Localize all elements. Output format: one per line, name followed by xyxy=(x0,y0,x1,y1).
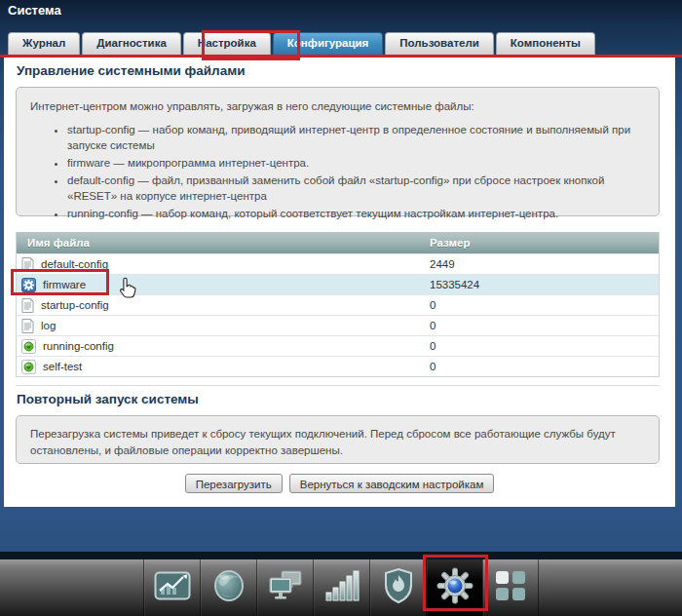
file-row[interactable]: log 0 xyxy=(17,315,659,335)
dock-item-wifi[interactable] xyxy=(313,559,369,616)
dock-item-system[interactable] xyxy=(426,559,482,616)
components-grid-icon xyxy=(494,569,527,606)
dock-item-components[interactable] xyxy=(482,559,539,616)
file-name[interactable]: self-test xyxy=(43,361,82,372)
restart-section-heading: Повторный запуск системы xyxy=(17,392,199,406)
document-icon xyxy=(21,257,34,272)
globe-icon xyxy=(212,568,246,607)
footer-dock-bar xyxy=(0,559,682,616)
status-green-icon xyxy=(21,339,36,354)
file-size: 0 xyxy=(430,320,436,331)
file-size: 0 xyxy=(430,361,436,372)
files-info-box: Интернет-центром можно управлять, загруж… xyxy=(16,87,660,216)
bullet-startup-config: startup-config — набор команд, приводящи… xyxy=(67,122,645,154)
file-name[interactable]: default-config xyxy=(41,258,108,270)
bullet-default-config: default-config — файл, призванный замени… xyxy=(67,173,645,205)
file-table: Имя файла Размер default-config 2449 fir… xyxy=(16,232,660,377)
dock-item-security[interactable] xyxy=(369,559,426,616)
firmware-gear-icon xyxy=(21,278,36,292)
dock-item-network[interactable] xyxy=(256,559,313,616)
bullet-running-config: running-config — набор команд, который с… xyxy=(67,206,645,222)
bullet-firmware: firmware — микропрограмма интернет-центр… xyxy=(67,155,645,172)
tab-diagnostika[interactable]: Диагностика xyxy=(82,32,181,55)
file-size: 0 xyxy=(430,299,436,311)
reboot-button[interactable]: Перезагрузить xyxy=(185,474,283,493)
network-computers-icon xyxy=(266,568,305,607)
footer-top-strip xyxy=(0,552,682,559)
page-title: Система xyxy=(8,3,61,18)
tab-zhurnal[interactable]: Журнал xyxy=(8,32,80,55)
footer-dock xyxy=(143,559,539,616)
content-panel: Управление системными файлами Интернет-ц… xyxy=(4,55,675,507)
gear-icon xyxy=(436,566,474,609)
shield-icon xyxy=(382,567,415,608)
file-name[interactable]: log xyxy=(41,320,56,331)
chart-icon xyxy=(154,571,191,604)
files-section-heading: Управление системными файлами xyxy=(17,63,245,78)
file-row[interactable]: firmware 15335424 xyxy=(17,274,659,294)
factory-reset-button[interactable]: Вернуться к заводским настройкам xyxy=(289,474,495,493)
file-name[interactable]: firmware xyxy=(43,279,86,290)
mouse-cursor xyxy=(119,277,137,302)
status-green-icon xyxy=(21,360,36,374)
file-name[interactable]: running-config xyxy=(43,340,114,352)
dock-item-monitor[interactable] xyxy=(143,559,200,616)
file-size: 2449 xyxy=(430,258,455,270)
column-header-name: Имя файла xyxy=(17,237,90,249)
tab-bar: Журнал Диагностика Настройка Конфигураци… xyxy=(8,32,595,55)
tab-polzovateli[interactable]: Пользователи xyxy=(385,32,494,55)
signal-bars-icon xyxy=(324,569,360,606)
document-icon xyxy=(21,298,34,313)
restart-info-box: Перезагрузка системы приведет к сбросу т… xyxy=(16,415,660,464)
tab-nastroyka[interactable]: Настройка xyxy=(183,32,271,55)
tab-komponenty[interactable]: Компоненты xyxy=(496,32,595,55)
file-table-header: Имя файла Размер xyxy=(17,232,659,253)
annotation-line-content-top xyxy=(0,55,682,58)
file-size: 0 xyxy=(430,340,436,352)
tab-konfiguratsiya[interactable]: Конфигурация xyxy=(273,32,383,55)
file-row[interactable]: self-test 0 xyxy=(17,356,659,376)
section-divider xyxy=(16,385,660,386)
column-header-size: Размер xyxy=(430,237,470,249)
dock-item-internet[interactable] xyxy=(200,559,256,616)
file-row[interactable]: startup-config 0 xyxy=(17,294,659,315)
file-row[interactable]: running-config 0 xyxy=(17,335,659,356)
file-size: 15335424 xyxy=(430,279,479,290)
restart-buttons-row: Перезагрузить Вернуться к заводским наст… xyxy=(4,474,675,493)
router-admin-page: Система Журнал Диагностика Настройка Кон… xyxy=(0,0,682,616)
restart-info-text: Перезагрузка системы приведет к сбросу т… xyxy=(30,426,645,458)
files-intro-text: Интернет-центром можно управлять, загруж… xyxy=(30,98,645,115)
file-name[interactable]: startup-config xyxy=(41,299,109,311)
document-icon xyxy=(21,319,34,333)
files-bullet-list: startup-config — набор команд, приводящи… xyxy=(30,122,645,222)
file-row[interactable]: default-config 2449 xyxy=(17,253,659,274)
